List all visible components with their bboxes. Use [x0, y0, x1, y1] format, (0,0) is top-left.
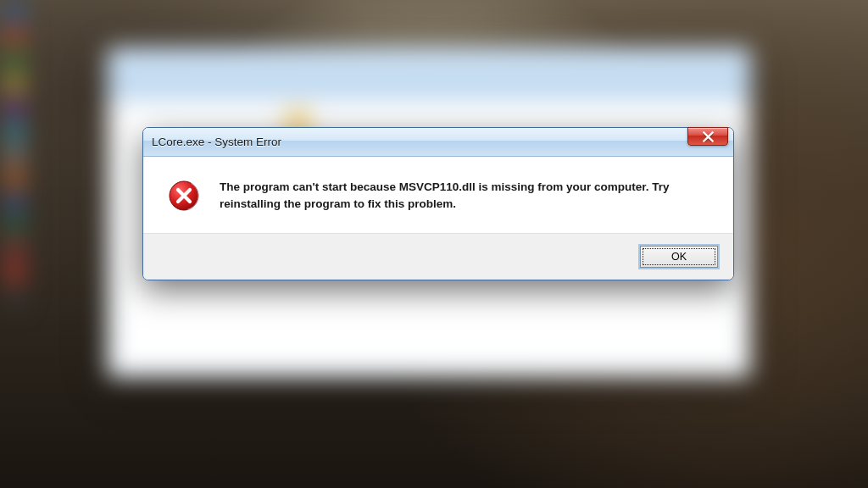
desktop-icon-column [5, 0, 31, 488]
system-error-dialog: LCore.exe - System Error [142, 127, 734, 280]
ok-button[interactable]: OK [640, 246, 718, 268]
error-icon [167, 179, 201, 216]
dialog-titlebar[interactable]: LCore.exe - System Error [143, 128, 733, 157]
dialog-title: LCore.exe - System Error [152, 136, 281, 148]
close-button[interactable] [687, 127, 728, 146]
dialog-footer: OK [143, 234, 733, 280]
desktop-background: LCore.exe - System Error [0, 0, 868, 488]
error-message: The program can't start because MSVCP110… [220, 179, 694, 212]
close-icon [703, 131, 714, 142]
